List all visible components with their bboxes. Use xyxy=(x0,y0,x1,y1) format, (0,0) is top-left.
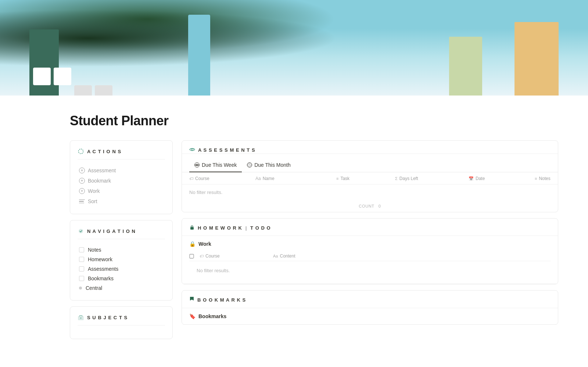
th-date[interactable]: 📅 Date xyxy=(469,176,535,181)
homework-title: H o m e w o r k | T o D o xyxy=(198,225,271,231)
hw-content-label: Content xyxy=(280,253,295,259)
calendar-icon: 📅 xyxy=(469,176,474,181)
navigation-card-header: N a v i g a t i o n xyxy=(78,228,165,239)
tab-due-this-month[interactable]: Due This Month xyxy=(242,158,296,172)
subjects-title: S u b j e c t s xyxy=(87,315,128,320)
action-sort[interactable]: Sort xyxy=(78,196,165,206)
homework-header: H o m e w o r k | T o D o xyxy=(182,219,558,236)
action-work[interactable]: + Work xyxy=(78,186,165,196)
action-assessment-label: Assessment xyxy=(88,168,116,173)
bookmarks-header: B o o k m a r k s xyxy=(182,291,558,308)
th-daysleft-label: Days Left xyxy=(399,176,418,181)
homework-section: 🔒 Work 🏷 Course xyxy=(182,236,558,284)
homework-card: H o m e w o r k | T o D o 🔒 Work xyxy=(182,218,558,284)
homework-empty: No filter results. xyxy=(189,263,551,278)
nav-central-label: Central xyxy=(86,285,102,291)
action-sort-label: Sort xyxy=(88,198,97,204)
nav-checkbox xyxy=(79,276,84,281)
bookmarks-section: 🔖 Bookmarks xyxy=(182,308,558,324)
icon-box-gray xyxy=(74,85,92,96)
th-notes[interactable]: ≡ Notes xyxy=(535,176,551,181)
list-icon xyxy=(79,198,85,204)
nav-checkbox xyxy=(79,247,84,252)
homework-section-title: 🔒 Work xyxy=(189,241,551,247)
th-name-label: Name xyxy=(263,176,275,181)
th-course-label: Course xyxy=(195,176,209,181)
icon-area xyxy=(33,68,112,96)
nav-item-notes[interactable]: Notes xyxy=(78,245,165,255)
nav-assessments-label: Assessments xyxy=(88,266,118,272)
assessments-count: COUNT 0 xyxy=(182,200,558,212)
homework-work-label: Work xyxy=(198,241,211,247)
text-icon: Aa xyxy=(255,176,261,181)
svg-point-1 xyxy=(79,229,83,233)
tag-icon: 🏷 xyxy=(189,176,193,181)
tab-due-week-label: Due This Week xyxy=(202,162,237,168)
hw-text-icon: Aa xyxy=(273,254,278,258)
building-decoration xyxy=(514,22,559,96)
hw-tag-icon: 🏷 xyxy=(200,254,204,258)
subjects-icon xyxy=(78,314,84,321)
building-decoration xyxy=(449,37,482,96)
navigation-title: N a v i g a t i o n xyxy=(87,229,136,234)
bookmarks-title: B o o k m a r k s xyxy=(197,297,246,303)
hw-th-course[interactable]: 🏷 Course xyxy=(200,253,273,259)
actions-icon xyxy=(78,148,84,155)
left-column: A c t i o n s + Assessment + Bookmark + … xyxy=(70,140,173,339)
svg-point-0 xyxy=(79,149,83,154)
lines-icon: ≡ xyxy=(535,176,537,181)
nav-item-homework[interactable]: Homework xyxy=(78,255,165,264)
action-assessment[interactable]: + Assessment xyxy=(78,165,165,176)
actions-card-header: A c t i o n s xyxy=(78,148,165,159)
bm-flag-icon: 🔖 xyxy=(189,313,196,319)
svg-rect-8 xyxy=(190,254,194,258)
icon-box-gray2 xyxy=(95,85,112,96)
svg-rect-7 xyxy=(190,227,194,230)
sigma-icon: Σ xyxy=(395,176,398,181)
assessments-card: A s s e s s m e n t s Due This Week xyxy=(182,140,558,212)
tab-clock-icon xyxy=(247,162,252,168)
svg-point-5 xyxy=(197,165,198,166)
bookmarks-flag-icon xyxy=(189,296,194,303)
nav-checkbox xyxy=(79,257,84,262)
assessments-table-header: 🏷 Course Aa Name ≡ Task Σ Days Left xyxy=(182,172,558,184)
th-task-label: Task xyxy=(340,176,349,181)
icon-box-white xyxy=(33,68,51,85)
nav-dot xyxy=(79,287,82,289)
right-column: A s s e s s m e n t s Due This Week xyxy=(182,140,558,325)
th-task[interactable]: ≡ Task xyxy=(336,176,395,181)
homework-lock-icon xyxy=(189,224,195,231)
navigation-icon xyxy=(78,228,84,234)
th-date-label: Date xyxy=(476,176,485,181)
plus-icon: + xyxy=(79,188,85,194)
navigation-card: N a v i g a t i o n Notes Homework Asses… xyxy=(70,220,173,301)
actions-card: A c t i o n s + Assessment + Bookmark + … xyxy=(70,140,173,214)
nav-item-assessments[interactable]: Assessments xyxy=(78,264,165,274)
th-notes-label: Notes xyxy=(539,176,550,181)
bookmarks-section-label: Bookmarks xyxy=(198,313,226,319)
th-name[interactable]: Aa Name xyxy=(255,176,336,181)
page-content: Student Planner A c t i o n s + As xyxy=(37,96,551,354)
assessments-empty: No filter results. xyxy=(182,184,558,200)
navigation-list: Notes Homework Assessments Bookmarks xyxy=(78,245,165,293)
nav-checkbox xyxy=(79,266,84,271)
section-lock-icon: 🔒 xyxy=(189,241,196,247)
action-bookmark-label: Bookmark xyxy=(88,178,111,184)
th-daysleft[interactable]: Σ Days Left xyxy=(395,176,469,181)
main-layout: A c t i o n s + Assessment + Bookmark + … xyxy=(70,140,518,339)
subjects-card-header: S u b j e c t s xyxy=(78,314,165,325)
bookmarks-section-title: 🔖 Bookmarks xyxy=(189,313,551,319)
actions-title: A c t i o n s xyxy=(87,149,121,154)
action-bookmark[interactable]: + Bookmark xyxy=(78,176,165,186)
nav-item-central[interactable]: Central xyxy=(78,283,165,293)
nav-bookmarks-label: Bookmarks xyxy=(88,276,114,281)
assessments-eye-icon xyxy=(189,147,195,154)
th-course[interactable]: 🏷 Course xyxy=(189,176,255,181)
bookmarks-card: B o o k m a r k s 🔖 Bookmarks xyxy=(182,290,558,325)
nav-item-bookmarks[interactable]: Bookmarks xyxy=(78,274,165,283)
hw-th-content[interactable]: Aa Content xyxy=(273,253,551,259)
nav-notes-label: Notes xyxy=(88,247,101,253)
tab-due-this-week[interactable]: Due This Week xyxy=(189,158,242,172)
assessments-title: A s s e s s m e n t s xyxy=(198,147,255,153)
hw-th-check xyxy=(189,254,200,259)
